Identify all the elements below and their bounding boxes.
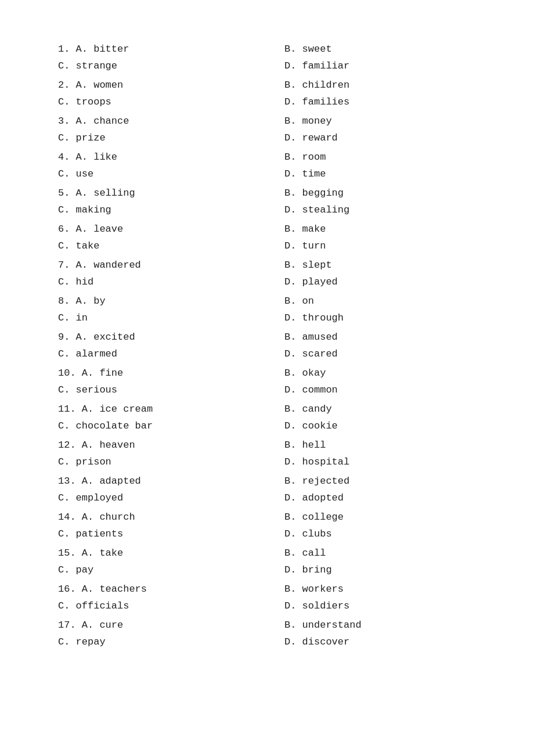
question-row-cd-12: C. prisonD. hospital <box>58 453 476 470</box>
option-c-text-5: C. making <box>58 204 111 215</box>
option-d-5: D. stealing <box>267 204 476 215</box>
option-a-16: 16. A. teachers <box>58 584 267 595</box>
question-group-8: 8. A. byB. onC. inD. through <box>58 293 476 326</box>
option-b-13: B. rejected <box>267 476 476 487</box>
question-row-cd-3: C. prizeD. reward <box>58 129 476 146</box>
question-group-16: 16. A. teachersB. workersC. officialsD. … <box>58 581 476 614</box>
option-b-1: B. sweet <box>267 44 476 55</box>
question-row-cd-15: C. payD. bring <box>58 561 476 578</box>
option-c-9: C. alarmed <box>58 348 267 359</box>
question-number-14: 14. A. church <box>58 512 135 523</box>
option-d-11: D. cookie <box>267 420 476 431</box>
question-number-13: 13. A. adapted <box>58 476 141 487</box>
question-row-ab-10: 10. A. fineB. okay <box>58 365 476 381</box>
option-b-15: B. call <box>267 548 476 559</box>
question-row-ab-4: 4. A. likeB. room <box>58 149 476 165</box>
option-d-6: D. turn <box>267 240 476 251</box>
option-c-text-14: C. patients <box>58 528 123 539</box>
question-row-cd-8: C. inD. through <box>58 309 476 326</box>
option-c-6: C. take <box>58 240 267 251</box>
option-d-2: D. families <box>267 96 476 107</box>
question-row-cd-14: C. patientsD. clubs <box>58 525 476 542</box>
option-d-text-3: D. reward <box>284 132 338 143</box>
option-a-14: 14. A. church <box>58 512 267 523</box>
option-c-text-1: C. strange <box>58 60 117 71</box>
option-c-text-11: C. chocolate bar <box>58 420 153 431</box>
option-a-3: 3. A. chance <box>58 116 267 127</box>
option-b-text-16: B. workers <box>284 584 344 595</box>
option-a-2: 2. A. women <box>58 80 267 91</box>
option-c-3: C. prize <box>58 132 267 143</box>
option-c-15: C. pay <box>58 564 267 575</box>
option-b-text-7: B. slept <box>284 260 332 271</box>
option-c-text-4: C. use <box>58 168 93 179</box>
option-c-2: C. troops <box>58 96 267 107</box>
option-b-text-5: B. begging <box>284 188 344 199</box>
option-d-text-9: D. scared <box>284 348 338 359</box>
question-number-2: 2. A. women <box>58 80 123 91</box>
question-row-cd-17: C. repayD. discover <box>58 633 476 650</box>
option-b-text-4: B. room <box>284 152 326 163</box>
question-number-10: 10. A. fine <box>58 368 123 379</box>
question-group-17: 17. A. cureB. understandC. repayD. disco… <box>58 617 476 650</box>
option-d-text-1: D. familiar <box>284 60 349 71</box>
question-row-cd-13: C. employedD. adopted <box>58 489 476 506</box>
option-b-7: B. slept <box>267 260 476 271</box>
option-b-text-11: B. candy <box>284 404 332 415</box>
question-number-11: 11. A. ice cream <box>58 404 153 415</box>
question-group-2: 2. A. womenB. childrenC. troopsD. famili… <box>58 77 476 110</box>
option-c-12: C. prison <box>58 456 267 467</box>
question-number-17: 17. A. cure <box>58 620 123 631</box>
option-b-3: B. money <box>267 116 476 127</box>
option-c-text-12: C. prison <box>58 456 111 467</box>
option-c-14: C. patients <box>58 528 267 539</box>
option-a-13: 13. A. adapted <box>58 476 267 487</box>
option-b-16: B. workers <box>267 584 476 595</box>
option-c-10: C. serious <box>58 384 267 395</box>
option-a-6: 6. A. leave <box>58 224 267 235</box>
option-d-text-15: D. bring <box>284 564 332 575</box>
option-b-6: B. make <box>267 224 476 235</box>
question-row-ab-1: 1. A. bitterB. sweet <box>58 41 476 57</box>
option-c-text-10: C. serious <box>58 384 117 395</box>
option-b-text-6: B. make <box>284 224 326 235</box>
question-number-3: 3. A. chance <box>58 116 129 127</box>
option-b-text-2: B. children <box>284 80 349 91</box>
option-c-text-15: C. pay <box>58 564 93 575</box>
option-c-5: C. making <box>58 204 267 215</box>
question-number-5: 5. A. selling <box>58 188 135 199</box>
question-number-8: 8. A. by <box>58 296 106 307</box>
option-b-14: B. college <box>267 512 476 523</box>
question-row-cd-2: C. troopsD. families <box>58 93 476 110</box>
option-d-text-11: D. cookie <box>284 420 338 431</box>
option-b-11: B. candy <box>267 404 476 415</box>
option-d-text-8: D. through <box>284 312 344 323</box>
option-b-5: B. begging <box>267 188 476 199</box>
option-d-7: D. played <box>267 276 476 287</box>
option-d-13: D. adopted <box>267 492 476 503</box>
option-d-8: D. through <box>267 312 476 323</box>
option-b-4: B. room <box>267 152 476 163</box>
option-d-10: D. common <box>267 384 476 395</box>
option-d-14: D. clubs <box>267 528 476 539</box>
option-c-text-2: C. troops <box>58 96 111 107</box>
question-group-15: 15. A. takeB. callC. payD. bring <box>58 545 476 578</box>
option-d-text-16: D. soldiers <box>284 600 349 611</box>
question-row-ab-15: 15. A. takeB. call <box>58 545 476 561</box>
question-row-cd-1: C. strangeD. familiar <box>58 57 476 74</box>
option-a-1: 1. A. bitter <box>58 44 267 55</box>
question-group-10: 10. A. fineB. okayC. seriousD. common <box>58 365 476 398</box>
option-a-11: 11. A. ice cream <box>58 404 267 415</box>
question-number-15: 15. A. take <box>58 548 123 559</box>
option-c-4: C. use <box>58 168 267 179</box>
option-b-text-9: B. amused <box>284 332 338 343</box>
option-a-4: 4. A. like <box>58 152 267 163</box>
option-c-17: C. repay <box>58 636 267 647</box>
option-c-7: C. hid <box>58 276 267 287</box>
question-row-cd-7: C. hidD. played <box>58 273 476 290</box>
question-group-7: 7. A. wanderedB. sleptC. hidD. played <box>58 257 476 290</box>
option-c-text-9: C. alarmed <box>58 348 117 359</box>
question-row-ab-2: 2. A. womenB. children <box>58 77 476 93</box>
question-number-16: 16. A. teachers <box>58 584 147 595</box>
question-group-11: 11. A. ice creamB. candyC. chocolate bar… <box>58 401 476 434</box>
